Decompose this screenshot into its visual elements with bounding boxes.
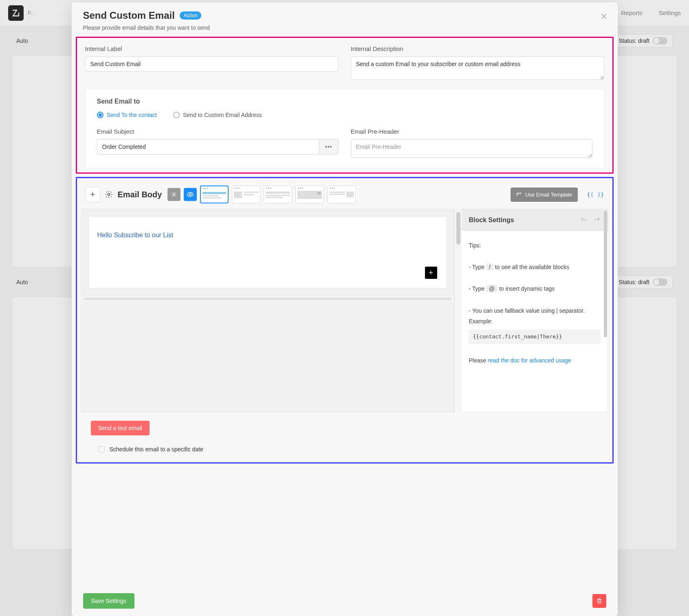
send-settings-box: Send Email to Send To the contact Send t… xyxy=(85,88,604,168)
internal-desc-textarea[interactable]: Send a custom Email to your subscriber o… xyxy=(351,56,604,80)
eye-icon xyxy=(187,191,194,198)
settings-body: Tips: - Type / to see all the available … xyxy=(462,231,608,375)
subject-label: Email Subject xyxy=(97,128,339,135)
config-section: Internal Label Internal Description Send… xyxy=(76,37,614,174)
subject-input[interactable] xyxy=(97,139,319,155)
layout-option-5[interactable] xyxy=(327,185,356,203)
slash-key: / xyxy=(486,263,493,271)
editor-row: Hello Subscribe to our List + xyxy=(81,208,608,413)
use-template-button[interactable]: Use Email Template xyxy=(511,188,578,202)
gear-icon xyxy=(105,190,113,199)
preheader-label: Email Pre-Header xyxy=(351,128,592,135)
horizontal-scrollbar[interactable] xyxy=(81,296,454,301)
tips-heading: Tips: xyxy=(469,240,601,251)
send-to-heading: Send Email to xyxy=(97,98,592,105)
redo-button[interactable] xyxy=(593,216,601,224)
svg-point-2 xyxy=(189,194,192,196)
block-add-button[interactable]: + xyxy=(425,267,437,279)
email-body-label: Email Body xyxy=(118,190,162,199)
editor-content-block[interactable]: Hello Subscribe to our List + xyxy=(89,216,447,288)
radio-send-to-custom[interactable]: Send to Custom Email Address xyxy=(173,112,262,118)
layout-option-4[interactable] xyxy=(295,185,324,203)
layout-option-1[interactable] xyxy=(200,185,229,203)
redo-icon xyxy=(593,216,601,224)
radio-icon xyxy=(173,112,180,118)
folder-open-icon xyxy=(516,192,522,197)
preheader-textarea[interactable] xyxy=(351,139,592,158)
delete-button[interactable] xyxy=(592,594,606,608)
subject-smartcode-button[interactable]: ••• xyxy=(319,139,339,155)
radio-send-to-contact[interactable]: Send To the contact xyxy=(97,112,157,118)
svg-point-1 xyxy=(173,194,175,195)
tip-1: - Type / to see all the available blocks xyxy=(469,262,601,273)
tip-4: Please read the doc for advanced usage xyxy=(469,355,601,366)
email-toolbar: + Email Body xyxy=(81,182,608,208)
schedule-row: Schedule this email to a specific date xyxy=(81,435,608,453)
settings-header: Block Settings xyxy=(462,209,608,231)
internal-label-label: Internal Label xyxy=(85,45,339,52)
settings-title: Block Settings xyxy=(469,216,514,224)
layout-option-3[interactable] xyxy=(264,185,292,203)
modal: Send Custom Email Action Please provide … xyxy=(72,2,618,616)
plus-icon: + xyxy=(90,189,95,200)
gear-icon xyxy=(171,191,177,198)
use-template-label: Use Email Template xyxy=(525,192,572,198)
schedule-label: Schedule this email to a specific date xyxy=(110,446,203,453)
radio-label: Send to Custom Email Address xyxy=(183,112,262,118)
modal-overlay: Send Custom Email Action Please provide … xyxy=(0,0,689,616)
send-test-email-button[interactable]: Send a test email xyxy=(91,421,150,435)
trash-icon xyxy=(596,598,603,604)
plus-icon: + xyxy=(429,269,433,277)
modal-body: Internal Label Internal Description Send… xyxy=(72,35,618,586)
modal-title: Send Custom Email xyxy=(83,10,175,21)
radio-label: Send To the contact xyxy=(107,112,157,118)
tip-2: - Type @ to insert dynamic tags xyxy=(469,283,601,294)
smartcode-toggle[interactable]: {( )} xyxy=(587,191,604,198)
undo-button[interactable] xyxy=(580,216,588,224)
settings-icon-button[interactable] xyxy=(104,190,114,199)
vertical-scrollbar[interactable] xyxy=(454,209,462,413)
close-icon xyxy=(601,13,607,19)
internal-desc-label: Internal Description xyxy=(351,45,604,52)
modal-subtitle: Please provide email details that you wa… xyxy=(83,24,606,31)
close-button[interactable] xyxy=(599,11,609,21)
layout-option-2[interactable] xyxy=(232,185,260,203)
email-body-section: + Email Body xyxy=(76,177,614,464)
radio-icon xyxy=(97,112,103,118)
docs-link[interactable]: read the doc for advanced usage xyxy=(488,357,571,364)
preview-button[interactable] xyxy=(184,188,197,201)
action-badge: Action xyxy=(180,11,201,20)
undo-icon xyxy=(580,216,588,224)
ellipsis-icon: ••• xyxy=(325,144,332,150)
at-key: @ xyxy=(486,285,497,292)
editor-canvas[interactable]: Hello Subscribe to our List + xyxy=(81,209,454,413)
internal-label-input[interactable] xyxy=(85,56,339,72)
editor-settings-button[interactable] xyxy=(167,188,181,201)
add-block-button[interactable]: + xyxy=(85,187,101,202)
modal-footer: Save Settings xyxy=(72,586,618,616)
tip-3: - You can use fallback value using | sep… xyxy=(469,305,601,327)
modal-header: Send Custom Email Action Please provide … xyxy=(72,2,618,35)
block-settings-panel: Block Settings Tips: xyxy=(462,209,608,413)
schedule-checkbox[interactable] xyxy=(98,446,105,453)
settings-scrollbar[interactable] xyxy=(604,211,607,337)
svg-point-0 xyxy=(108,194,110,196)
editor-text[interactable]: Hello Subscribe to our List xyxy=(97,232,438,239)
tip-3-code: {{contact.first_name|There}} xyxy=(469,329,601,344)
save-settings-button[interactable]: Save Settings xyxy=(83,593,134,609)
